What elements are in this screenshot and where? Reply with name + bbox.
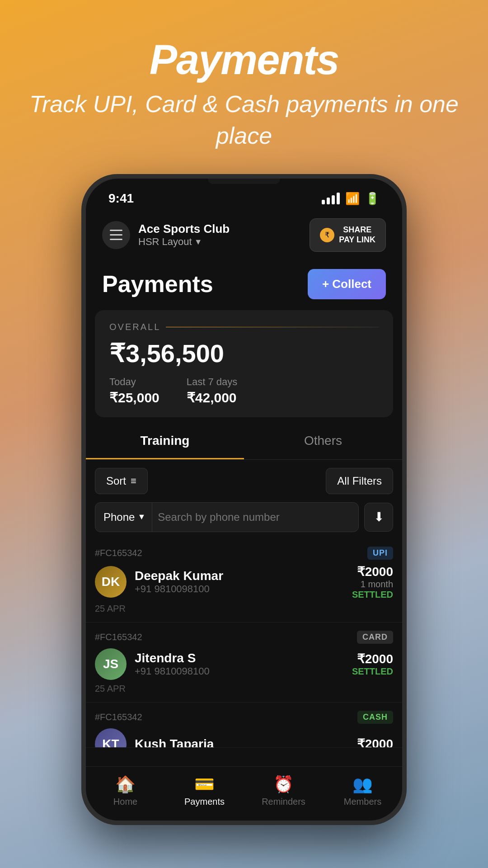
tx-header: #FC165342 CARD (95, 631, 393, 644)
download-button[interactable]: ⬇ (364, 503, 393, 532)
tx-right: ₹2000 (357, 736, 393, 748)
nav-label-home: Home (113, 797, 137, 807)
tabs-row: Training Others (86, 424, 402, 460)
transaction-item[interactable]: #FC165342 CARD JS Jitendra S +91 9810098… (86, 623, 402, 703)
today-amount: ₹25,000 (109, 390, 160, 406)
nav-label-members: Members (344, 797, 381, 807)
search-row: Phone ▼ ⬇ (86, 502, 402, 538)
tx-header: #FC165342 CASH (95, 711, 393, 724)
last7-stat: Last 7 days ₹42,000 (187, 376, 238, 406)
nav-label-reminders: Reminders (262, 797, 305, 807)
today-label: Today (109, 376, 160, 388)
rupee-icon: ₹ (320, 228, 334, 242)
tx-name: Deepak Kumar (135, 569, 344, 583)
chevron-down-icon: ▼ (194, 237, 202, 247)
tx-status: SETTLED (352, 590, 393, 600)
tx-status: SETTLED (352, 666, 393, 677)
search-input[interactable] (158, 503, 350, 532)
tx-date: 25 APR (95, 684, 393, 694)
filter-row: Sort ≡ All Filters (86, 460, 402, 502)
status-time: 9:41 (108, 191, 134, 206)
menu-line-2 (110, 234, 122, 236)
transactions-list: #FC165342 UPI DK Deepak Kumar +91 981009… (86, 538, 402, 767)
payments-header: Payments + Collect (86, 260, 402, 304)
tx-amount: ₹2000 (352, 651, 393, 666)
menu-button[interactable] (102, 221, 130, 249)
payments-section-title: Payments (102, 270, 213, 297)
club-location[interactable]: HSR Layout ▼ (138, 236, 230, 248)
phone-frame: 9:41 📶 🔋 (81, 174, 407, 825)
sort-button[interactable]: Sort ≡ (95, 468, 148, 494)
tx-right: ₹2000 1 month SETTLED (352, 564, 393, 600)
club-info: Ace Sports Club HSR Layout ▼ (138, 222, 230, 248)
sort-icon: ≡ (131, 475, 136, 487)
wifi-icon: 📶 (345, 192, 360, 206)
last7-amount: ₹42,000 (187, 390, 238, 406)
overall-stats: Today ₹25,000 Last 7 days ₹42,000 (109, 376, 379, 406)
overall-amount: ₹3,56,500 (109, 339, 379, 368)
tx-id: #FC165342 (95, 548, 142, 558)
menu-line-1 (110, 230, 122, 231)
tx-name: Kush Taparia (135, 737, 349, 748)
avatar: DK (95, 566, 127, 598)
download-icon: ⬇ (374, 509, 384, 524)
phone-dropdown[interactable]: Phone ▼ (103, 503, 152, 532)
tab-training[interactable]: Training (86, 424, 244, 459)
status-icons: 📶 🔋 (322, 192, 380, 206)
collect-button[interactable]: + Collect (308, 269, 386, 299)
nav-item-home[interactable]: 🏠 Home (86, 775, 165, 807)
club-name: Ace Sports Club (138, 222, 230, 236)
tab-others[interactable]: Others (244, 424, 402, 459)
overall-card: OVERALL ₹3,56,500 Today ₹25,000 Last 7 d… (95, 310, 393, 417)
nav-label-payments: Payments (184, 797, 225, 807)
tx-right: ₹2000 SETTLED (352, 651, 393, 677)
tx-body: DK Deepak Kumar +91 9810098100 ₹2000 1 m… (95, 564, 393, 600)
reminders-icon: ⏰ (273, 775, 294, 794)
tx-info: Jitendra S +91 9810098100 (135, 651, 344, 677)
tx-phone: +91 9810098100 (135, 665, 344, 677)
today-stat: Today ₹25,000 (109, 376, 160, 406)
tx-body: JS Jitendra S +91 9810098100 ₹2000 SETTL… (95, 648, 393, 680)
all-filters-button[interactable]: All Filters (326, 468, 393, 494)
nav-item-members[interactable]: 👥 Members (323, 775, 402, 807)
phone-screen: 9:41 📶 🔋 (86, 179, 402, 821)
transaction-item[interactable]: #FC165342 UPI DK Deepak Kumar +91 981009… (86, 538, 402, 623)
battery-icon: 🔋 (365, 192, 380, 206)
tx-badge-card: CARD (357, 631, 393, 644)
tx-badge-cash: CASH (357, 711, 393, 724)
transaction-item[interactable]: #FC165342 CASH KT Kush Taparia ₹2000 (86, 703, 402, 748)
page-title-hero: Payments (27, 36, 461, 84)
tx-name: Jitendra S (135, 651, 344, 665)
home-icon: 🏠 (115, 775, 136, 794)
payments-nav-icon: 💳 (194, 775, 215, 794)
share-pay-link-button[interactable]: ₹ SHAREPAY LINK (310, 218, 386, 251)
tx-duration: 1 month (352, 579, 393, 590)
share-button-label: SHAREPAY LINK (339, 225, 375, 245)
tx-phone: +91 9810098100 (135, 583, 344, 595)
search-container: Phone ▼ (95, 502, 359, 532)
tx-badge-upi: UPI (367, 547, 393, 560)
phone-mockup: 9:41 📶 🔋 (81, 174, 407, 825)
tx-amount: ₹2000 (357, 736, 393, 748)
menu-line-3 (110, 239, 122, 240)
top-nav: Ace Sports Club HSR Layout ▼ ₹ SHAREPAY … (86, 210, 402, 259)
tx-id: #FC165342 (95, 632, 142, 642)
tx-info: Kush Taparia (135, 737, 349, 748)
overall-label: OVERALL (109, 322, 379, 332)
avatar: JS (95, 648, 127, 680)
tx-id: #FC165342 (95, 712, 142, 722)
avatar: KT (95, 728, 127, 748)
page-header: Payments Track UPI, Card & Cash payments… (0, 0, 488, 170)
tx-date: 25 APR (95, 604, 393, 614)
nav-item-reminders[interactable]: ⏰ Reminders (244, 775, 323, 807)
last7-label: Last 7 days (187, 376, 238, 388)
dropdown-chevron-icon: ▼ (137, 512, 145, 522)
bottom-nav: 🏠 Home 💳 Payments ⏰ Reminders 👥 Members (86, 766, 402, 821)
nav-item-payments[interactable]: 💳 Payments (165, 775, 244, 807)
phone-notch (208, 179, 280, 184)
signal-icon (322, 193, 340, 204)
members-icon: 👥 (352, 775, 373, 794)
tx-amount: ₹2000 (352, 564, 393, 579)
tx-header: #FC165342 UPI (95, 547, 393, 560)
nav-left: Ace Sports Club HSR Layout ▼ (102, 221, 230, 249)
